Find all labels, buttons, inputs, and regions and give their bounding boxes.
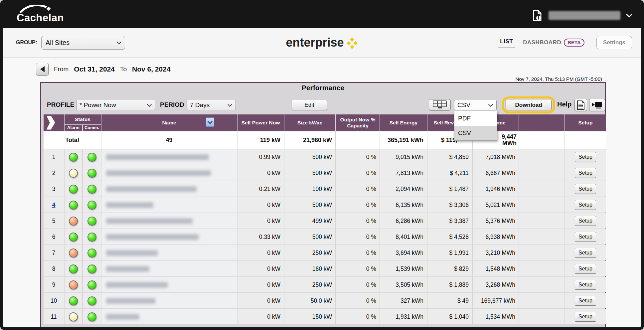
setup-cell: Setup bbox=[565, 309, 606, 324]
tab-list[interactable]: LIST bbox=[498, 37, 515, 48]
site-name-cell[interactable] bbox=[101, 197, 237, 213]
row-number: 1 bbox=[44, 149, 64, 165]
video-camera-icon bbox=[591, 101, 603, 109]
comm-status-cell[interactable] bbox=[83, 261, 101, 276]
setup-cell: Setup bbox=[565, 261, 606, 276]
total-count: 49 bbox=[101, 131, 237, 149]
edit-button[interactable]: Edit bbox=[292, 100, 327, 110]
alarm-status-cell[interactable] bbox=[65, 149, 82, 165]
period-select-value: 7 Days bbox=[190, 101, 210, 109]
site-name-cell[interactable] bbox=[101, 181, 237, 197]
comm-status-cell[interactable] bbox=[83, 229, 101, 245]
header-sell-energy[interactable]: Sell Energy bbox=[380, 114, 427, 131]
setup-button[interactable]: Setup bbox=[575, 264, 596, 274]
comm-status-cell[interactable] bbox=[83, 277, 101, 292]
period-select[interactable]: 7 Days bbox=[187, 100, 236, 110]
alarm-status-cell[interactable] bbox=[65, 213, 82, 229]
site-name-cell[interactable] bbox=[101, 165, 237, 181]
alarm-status-cell[interactable] bbox=[65, 181, 82, 197]
lifetime-value: 7,018 MWh bbox=[473, 149, 519, 165]
export-option-pdf[interactable]: PDF bbox=[454, 111, 497, 126]
to-date[interactable]: Nov 6, 2024 bbox=[132, 65, 171, 73]
sell-energy-value: 7,813 kWh bbox=[380, 165, 427, 181]
site-name-cell[interactable] bbox=[101, 229, 237, 245]
site-name-cell[interactable] bbox=[101, 245, 237, 260]
setup-button[interactable]: Setup bbox=[575, 168, 596, 178]
site-name-redacted bbox=[106, 170, 211, 176]
alarm-status-cell[interactable] bbox=[65, 309, 82, 324]
lifetime-value: 3,268 MWh bbox=[473, 277, 519, 292]
blank-cell bbox=[519, 309, 564, 324]
settings-button[interactable]: Settings bbox=[596, 36, 632, 49]
header-sell-power-now[interactable]: Sell Power Now bbox=[238, 114, 284, 131]
export-format-select[interactable]: CSV bbox=[454, 100, 497, 110]
table-row: 5 0 kW 499 kW 0 % 6,286 kWh $ 3,387 5,37… bbox=[44, 213, 606, 229]
group-select[interactable]: All Sites bbox=[41, 36, 125, 50]
site-name-cell[interactable] bbox=[101, 277, 237, 292]
alarm-status-cell[interactable] bbox=[65, 293, 82, 308]
sell-energy-value: 8,401 kWh bbox=[380, 229, 427, 245]
alarm-status-cell[interactable] bbox=[65, 245, 82, 260]
site-name-cell[interactable] bbox=[101, 309, 237, 324]
table-row: 3 0.21 kW 100 kW 0 % 2,094 kWh $ 1,487 1… bbox=[44, 181, 606, 197]
blank-cell bbox=[519, 229, 564, 245]
group-control: GROUP: All Sites bbox=[16, 36, 125, 50]
header-size-kwac[interactable]: Size kWac bbox=[284, 114, 335, 131]
report-info-icon[interactable] bbox=[533, 10, 542, 21]
comm-status-cell[interactable] bbox=[83, 165, 101, 181]
output-now-value: 0 % bbox=[336, 261, 380, 276]
alarm-status-cell[interactable] bbox=[65, 197, 82, 213]
setup-button[interactable]: Setup bbox=[575, 184, 596, 194]
comm-status-light bbox=[87, 201, 96, 210]
header-output-now[interactable]: Output Now % Capacity bbox=[336, 114, 380, 131]
table-row: 8 0 kW 160 kW 0 % 1,539 kWh $ 829 1,548 … bbox=[44, 261, 606, 276]
setup-button[interactable]: Setup bbox=[575, 280, 596, 290]
logo-swoosh-icon bbox=[19, 5, 53, 13]
download-button[interactable]: Download bbox=[506, 100, 552, 110]
alarm-status-cell[interactable] bbox=[65, 229, 82, 245]
account-chevron-down-icon[interactable] bbox=[626, 11, 632, 17]
alarm-status-cell[interactable] bbox=[65, 261, 82, 276]
comm-status-cell[interactable] bbox=[83, 309, 101, 324]
back-arrow-icon bbox=[40, 66, 45, 72]
setup-button[interactable]: Setup bbox=[575, 152, 596, 162]
comm-status-cell[interactable] bbox=[83, 181, 101, 197]
size-kwac-value: 500 kW bbox=[284, 229, 335, 245]
alarm-status-cell[interactable] bbox=[65, 277, 82, 292]
site-name-cell[interactable] bbox=[101, 261, 237, 276]
setup-button[interactable]: Setup bbox=[575, 200, 596, 210]
site-name-cell[interactable] bbox=[101, 213, 237, 229]
setup-button[interactable]: Setup bbox=[575, 248, 596, 258]
sell-power-now-value: 0 kW bbox=[238, 197, 284, 213]
header-name[interactable]: Name bbox=[101, 114, 237, 131]
sell-revenue-value: $ 4,211 bbox=[427, 165, 472, 181]
comm-status-cell[interactable] bbox=[83, 293, 101, 308]
from-date[interactable]: Oct 31, 2024 bbox=[74, 65, 115, 73]
export-option-csv[interactable]: CSV bbox=[454, 126, 497, 140]
sort-name-button[interactable] bbox=[206, 117, 214, 127]
comm-status-cell[interactable] bbox=[83, 197, 101, 213]
setup-cell: Setup bbox=[565, 197, 606, 213]
comm-status-cell[interactable] bbox=[83, 213, 101, 229]
table-row: 11 0 kW 150 kW 0 % 1,931 kWh $ 1,040 1,5… bbox=[44, 309, 606, 324]
output-now-value: 0 % bbox=[336, 149, 380, 165]
site-name-cell[interactable] bbox=[101, 293, 237, 308]
setup-button[interactable]: Setup bbox=[575, 216, 596, 226]
alarm-status-cell[interactable] bbox=[65, 165, 82, 181]
comm-status-cell[interactable] bbox=[83, 149, 101, 165]
setup-button[interactable]: Setup bbox=[575, 296, 596, 306]
tab-dashboard[interactable]: DASHBOARD bbox=[523, 39, 561, 46]
setup-button[interactable]: Setup bbox=[575, 232, 596, 242]
profile-select[interactable]: * Power Now bbox=[76, 100, 155, 110]
blank-cell bbox=[519, 277, 564, 292]
comm-status-cell[interactable] bbox=[83, 245, 101, 260]
header-arrow-cell[interactable] bbox=[44, 114, 64, 131]
setup-button[interactable]: Setup bbox=[575, 312, 596, 322]
previous-period-button[interactable] bbox=[36, 63, 49, 76]
sell-revenue-value: $ 4,528 bbox=[427, 229, 472, 245]
account-name-redacted[interactable] bbox=[549, 11, 620, 20]
help-document-button[interactable] bbox=[574, 99, 587, 111]
help-video-button[interactable] bbox=[589, 99, 605, 111]
table-view-button[interactable] bbox=[429, 99, 451, 110]
site-name-cell[interactable] bbox=[101, 149, 237, 165]
